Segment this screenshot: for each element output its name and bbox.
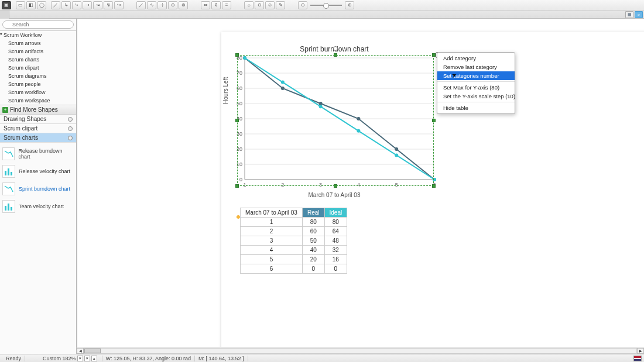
tree-item[interactable]: Scrum people [0, 80, 76, 88]
tool-rect[interactable]: ▭ [16, 1, 25, 9]
svg-rect-3 [5, 206, 6, 211]
tree-group-scrum-workflow[interactable]: Scrum Workflow [0, 31, 76, 39]
tool-line[interactable]: ／ [51, 1, 60, 9]
scroll-right-icon[interactable]: ▶ [637, 348, 644, 354]
table-header-period: March 07 to April 03 [241, 208, 303, 218]
status-zoom: Custom 182% [43, 356, 76, 361]
tool-conn3[interactable]: ⇢ [83, 1, 92, 9]
tree-item[interactable]: Scrum workflow [0, 88, 76, 96]
panel-toggle[interactable] [0, 11, 9, 19]
shape-thumb[interactable]: Team velocity chart [1, 198, 75, 215]
zoom-minus-icon[interactable]: ⊖ [298, 1, 307, 9]
main-toolbar: ▣ ▭ ◧ ◯ ／ ↳ ⤷ ⇢ ↝ ↯ ↪ ／ ∿ ⊹ ⊕ ⊛ ⇔ ⇕ ≡ ⌕ … [0, 0, 644, 11]
tool-conn4[interactable]: ↝ [93, 1, 102, 9]
thumb-label: Release burndown chart [18, 148, 74, 160]
canvas-hscroll[interactable]: ◀ ▶ [77, 347, 644, 354]
table-row[interactable]: 18080 [241, 218, 347, 227]
zoom-plus-icon[interactable]: ⊕ [345, 1, 354, 9]
context-menu-item[interactable]: Remove last category [437, 63, 515, 71]
tree-item[interactable]: Scrum artifacts [0, 47, 76, 56]
svg-rect-2 [11, 172, 12, 175]
status-dims: W: 125.05, H: 83.37, Angle: 0.00 rad [102, 356, 195, 361]
view-search-icon[interactable]: ⌕ [635, 11, 643, 18]
svg-rect-0 [5, 171, 6, 175]
status-bar: Ready Custom 182% ▾ ▾ ▴ W: 125.05, H: 83… [0, 354, 644, 362]
locale-flag-icon[interactable] [633, 356, 642, 361]
canvas[interactable]: Sprint burndown chart Hours Left 0102030… [77, 19, 644, 354]
table-header-real: Real [302, 208, 324, 218]
zoom-step-up[interactable]: ▴ [91, 356, 97, 361]
tree-item[interactable]: Scrum arrows [0, 39, 76, 47]
zoom-slider[interactable] [310, 5, 342, 6]
context-menu-item[interactable]: Set categories number [437, 71, 515, 80]
tree-item[interactable]: Scrum workspace [0, 96, 76, 105]
thumb-label: Team velocity chart [19, 204, 64, 209]
search-input[interactable] [2, 20, 74, 29]
context-menu-item[interactable]: Set the Y-axis scale step (10) [437, 92, 515, 101]
library-tree: Scrum Workflow Scrum arrowsScrum artifac… [0, 31, 76, 105]
thumb-label: Release velocity chart [19, 168, 70, 174]
shape-thumb[interactable]: Release burndown chart [1, 145, 75, 163]
svg-rect-5 [11, 207, 12, 211]
tool-distribute[interactable]: ≡ [222, 1, 231, 9]
library-sidebar: Scrum Workflow Scrum arrowsScrum artifac… [0, 19, 77, 354]
tool-anchor[interactable]: ⊕ [168, 1, 177, 9]
tool-node[interactable]: ⊹ [157, 1, 167, 9]
table-row[interactable]: 35048 [241, 236, 347, 246]
status-ready: Ready [2, 356, 25, 361]
rotate-handle[interactable] [333, 46, 338, 51]
thumb-icon [2, 182, 15, 195]
table-row[interactable]: 600 [241, 264, 347, 274]
scroll-left-icon[interactable]: ◀ [77, 348, 84, 354]
tool-marker[interactable]: ✎ [276, 1, 285, 9]
thumb-label: Sprint burndown chart [19, 186, 70, 192]
svg-rect-4 [8, 204, 9, 211]
tool-conn1[interactable]: ↳ [61, 1, 71, 9]
zoom-step-down[interactable]: ▾ [84, 356, 90, 361]
find-more-shapes[interactable]: + Find More Shapes [0, 105, 76, 115]
shape-thumb[interactable]: Release velocity chart [1, 163, 75, 180]
chart-xlabel: March 07 to April 03 [231, 192, 438, 198]
table-row[interactable]: 26064 [241, 227, 347, 236]
tool-shape[interactable]: ◧ [26, 1, 36, 9]
tree-item[interactable]: Scrum diagrams [0, 72, 76, 80]
tool-conn6[interactable]: ↪ [114, 1, 124, 9]
category-row[interactable]: Scrum clipart [0, 124, 76, 133]
chart-context-menu: Add categoryRemove last categorySet cate… [437, 52, 515, 114]
status-mouse: M: [ 140.64, 13.52 ] [195, 356, 248, 361]
tree-item[interactable]: Scrum clipart [0, 64, 76, 72]
category-row[interactable]: Scrum charts [0, 133, 76, 143]
category-row[interactable]: Drawing Shapes [0, 115, 76, 124]
library-toolbar: ▦ ⌕ [0, 11, 644, 19]
context-menu-item[interactable]: Hide table [437, 104, 515, 112]
svg-rect-1 [8, 168, 9, 175]
table-header-ideal: Ideal [324, 208, 347, 218]
thumb-icon [2, 200, 15, 213]
tool-zoomout[interactable]: ⊖ [255, 1, 264, 9]
tool-pen[interactable]: ／ [136, 1, 146, 9]
scroll-thumb[interactable] [84, 349, 101, 353]
chart-ylabel: Hours Left [222, 77, 229, 104]
tool-curve[interactable]: ∿ [147, 1, 156, 9]
find-more-label: Find More Shapes [10, 106, 58, 113]
tool-ellipse[interactable]: ◯ [37, 1, 46, 9]
selection-box: ▾ [237, 55, 434, 186]
tool-conn5[interactable]: ↯ [104, 1, 113, 9]
shape-thumb[interactable]: Sprint burndown chart [1, 180, 75, 198]
chart-data-table[interactable]: March 07 to April 03 Real Ideal 18080260… [240, 208, 347, 274]
tool-pivot[interactable]: ⊛ [179, 1, 188, 9]
zoom-dropdown-icon[interactable]: ▾ [77, 356, 83, 361]
view-grid-icon[interactable]: ▦ [625, 11, 633, 18]
tool-zoomin[interactable]: ⌕ [244, 1, 254, 9]
table-row[interactable]: 52016 [241, 255, 347, 264]
context-menu-item[interactable]: Add category [437, 54, 515, 63]
table-row[interactable]: 44032 [241, 246, 347, 255]
tool-conn2[interactable]: ⤷ [72, 1, 81, 9]
context-menu-item[interactable]: Set Max for Y-axis (80) [437, 83, 515, 92]
tool-user[interactable]: ☺ [265, 1, 275, 9]
tool-alignv[interactable]: ⇕ [211, 1, 221, 9]
tool-alignh[interactable]: ⇔ [201, 1, 210, 9]
thumb-icon [2, 165, 15, 178]
tree-item[interactable]: Scrum charts [0, 56, 76, 64]
tool-select[interactable]: ▣ [2, 1, 11, 9]
